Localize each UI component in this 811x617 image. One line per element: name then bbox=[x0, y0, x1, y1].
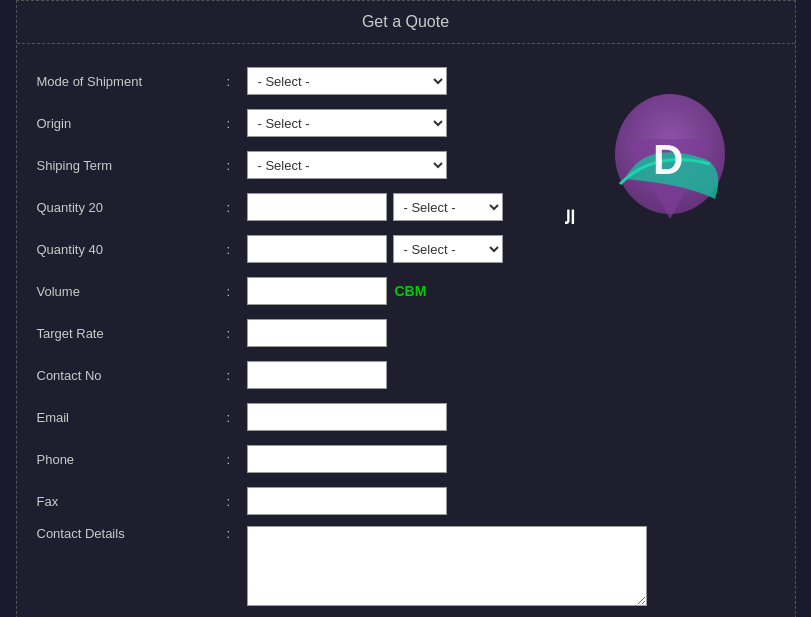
row-quantity-20: Quantity 20 : - Select - FCL LCL bbox=[37, 190, 775, 224]
input-quantity-40[interactable] bbox=[247, 235, 387, 263]
colon-email: : bbox=[227, 410, 247, 425]
quote-form-container: Get a Quote Mode of Shipment : - Select … bbox=[16, 0, 796, 617]
label-origin: Origin bbox=[37, 116, 227, 131]
label-volume: Volume bbox=[37, 284, 227, 299]
colon-contact-details: : bbox=[227, 526, 247, 541]
colon-shipping-term: : bbox=[227, 158, 247, 173]
input-contact-no[interactable] bbox=[247, 361, 387, 389]
cbm-label: CBM bbox=[395, 283, 427, 299]
row-volume: Volume : CBM bbox=[37, 274, 775, 308]
colon-target-rate: : bbox=[227, 326, 247, 341]
label-email: Email bbox=[37, 410, 227, 425]
row-contact-details: Contact Details : bbox=[37, 526, 775, 606]
row-shipping-term: Shiping Term : - Select - FOB CIF EXW bbox=[37, 148, 775, 182]
label-phone: Phone bbox=[37, 452, 227, 467]
colon-contact-no: : bbox=[227, 368, 247, 383]
qty-20-group: - Select - FCL LCL bbox=[247, 193, 503, 221]
label-shipping-term: Shiping Term bbox=[37, 158, 227, 173]
input-quantity-20[interactable] bbox=[247, 193, 387, 221]
colon-origin: : bbox=[227, 116, 247, 131]
label-quantity-40: Quantity 40 bbox=[37, 242, 227, 257]
qty-40-group: - Select - FCL LCL bbox=[247, 235, 503, 263]
label-quantity-20: Quantity 20 bbox=[37, 200, 227, 215]
label-contact-no: Contact No bbox=[37, 368, 227, 383]
label-target-rate: Target Rate bbox=[37, 326, 227, 341]
colon-phone: : bbox=[227, 452, 247, 467]
colon-quantity-20: : bbox=[227, 200, 247, 215]
input-phone[interactable] bbox=[247, 445, 447, 473]
input-target-rate[interactable] bbox=[247, 319, 387, 347]
row-email: Email : bbox=[37, 400, 775, 434]
row-quantity-40: Quantity 40 : - Select - FCL LCL bbox=[37, 232, 775, 266]
row-mode-of-shipment: Mode of Shipment : - Select - Air Sea La… bbox=[37, 64, 775, 98]
input-volume[interactable] bbox=[247, 277, 387, 305]
colon-mode-of-shipment: : bbox=[227, 74, 247, 89]
select-shipping-term[interactable]: - Select - FOB CIF EXW bbox=[247, 151, 447, 179]
select-mode-of-shipment[interactable]: - Select - Air Sea Land bbox=[247, 67, 447, 95]
textarea-contact-details[interactable] bbox=[247, 526, 647, 606]
row-origin: Origin : - Select - China USA UK bbox=[37, 106, 775, 140]
row-target-rate: Target Rate : bbox=[37, 316, 775, 350]
label-mode-of-shipment: Mode of Shipment bbox=[37, 74, 227, 89]
input-fax[interactable] bbox=[247, 487, 447, 515]
form-body: Mode of Shipment : - Select - Air Sea La… bbox=[17, 54, 795, 617]
form-title: Get a Quote bbox=[17, 1, 795, 44]
select-quantity-40-type[interactable]: - Select - FCL LCL bbox=[393, 235, 503, 263]
select-origin[interactable]: - Select - China USA UK bbox=[247, 109, 447, 137]
label-fax: Fax bbox=[37, 494, 227, 509]
colon-fax: : bbox=[227, 494, 247, 509]
row-phone: Phone : bbox=[37, 442, 775, 476]
colon-volume: : bbox=[227, 284, 247, 299]
select-quantity-20-type[interactable]: - Select - FCL LCL bbox=[393, 193, 503, 221]
colon-quantity-40: : bbox=[227, 242, 247, 257]
row-fax: Fax : bbox=[37, 484, 775, 518]
label-contact-details: Contact Details bbox=[37, 526, 227, 541]
row-contact-no: Contact No : bbox=[37, 358, 775, 392]
input-email[interactable] bbox=[247, 403, 447, 431]
